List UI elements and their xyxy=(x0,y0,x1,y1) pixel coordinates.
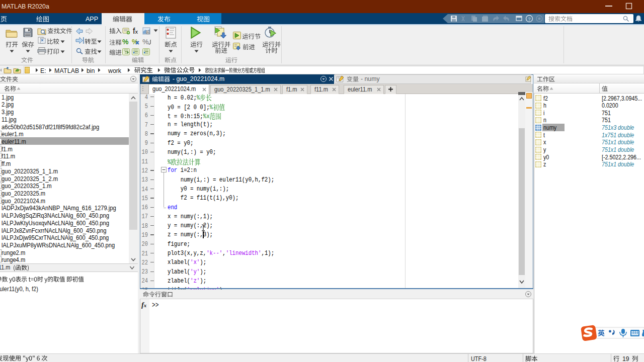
svg-text:A: A xyxy=(147,31,149,34)
svg-text:%: % xyxy=(122,38,129,46)
svg-text:?: ? xyxy=(528,17,530,22)
svg-text:%: % xyxy=(142,38,149,46)
svg-text:%: % xyxy=(132,38,138,46)
